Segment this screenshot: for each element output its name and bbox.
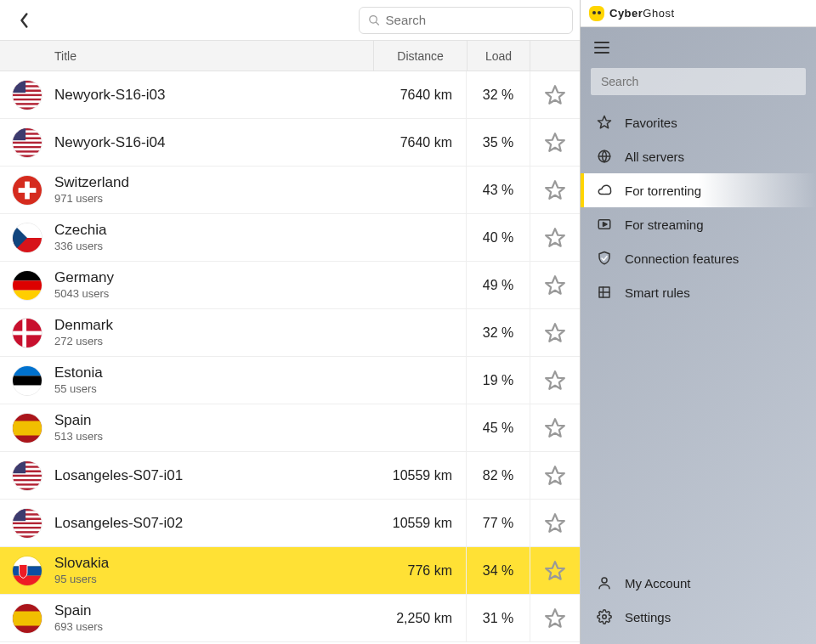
favorite-toggle[interactable] xyxy=(530,132,580,154)
svg-rect-80 xyxy=(13,509,42,511)
svg-rect-47 xyxy=(13,290,42,299)
side-panel: CyberGhost FavoritesAll serversFor torre… xyxy=(580,0,816,644)
server-row[interactable]: Spain513 users45 % xyxy=(0,404,580,452)
menu-button[interactable] xyxy=(581,27,816,68)
brand-text: CyberGhost xyxy=(609,7,675,20)
svg-rect-72 xyxy=(13,478,42,481)
favorite-toggle[interactable] xyxy=(530,370,580,392)
svg-rect-73 xyxy=(13,481,42,483)
svg-rect-29 xyxy=(13,150,42,153)
cloud-icon xyxy=(596,183,613,198)
svg-rect-25 xyxy=(13,141,42,144)
flag-icon xyxy=(12,270,42,301)
svg-line-1 xyxy=(376,21,379,25)
server-row[interactable]: Denmark272 users32 % xyxy=(0,309,580,357)
server-load: 35 % xyxy=(467,135,530,150)
svg-rect-98 xyxy=(13,575,42,585)
svg-rect-65 xyxy=(13,463,42,466)
server-row[interactable]: Switzerland971 users43 % xyxy=(0,167,580,214)
flag-icon xyxy=(12,603,42,634)
svg-rect-30 xyxy=(13,152,42,155)
svg-rect-91 xyxy=(13,533,42,535)
favorite-toggle[interactable] xyxy=(530,465,580,487)
svg-rect-87 xyxy=(13,524,42,527)
server-title-block: Denmark272 users xyxy=(54,317,372,347)
nav-label: For streaming xyxy=(625,217,704,232)
svg-marker-58 xyxy=(546,371,564,389)
server-title: Spain xyxy=(54,412,372,429)
server-row[interactable]: Estonia55 users19 % xyxy=(0,357,580,404)
svg-rect-9 xyxy=(13,93,42,96)
favorite-toggle[interactable] xyxy=(530,512,580,534)
svg-marker-78 xyxy=(546,466,564,484)
nav-item-smart-rules[interactable]: Smart rules xyxy=(581,275,816,309)
server-load: 19 % xyxy=(467,373,530,388)
col-title[interactable]: Title xyxy=(0,41,374,71)
svg-rect-61 xyxy=(13,421,42,435)
search-icon xyxy=(368,14,381,27)
svg-rect-16 xyxy=(13,81,26,93)
nav-item-favorites[interactable]: Favorites xyxy=(581,105,816,139)
favorite-toggle[interactable] xyxy=(530,560,580,582)
nav-item-my-account[interactable]: My Account xyxy=(581,566,816,600)
back-button[interactable] xyxy=(0,12,48,29)
col-distance[interactable]: Distance xyxy=(374,41,468,71)
server-row[interactable]: Spain693 users2,250 km31 % xyxy=(0,595,580,642)
server-distance: 7640 km xyxy=(372,88,466,103)
favorite-toggle[interactable] xyxy=(530,179,580,201)
svg-marker-48 xyxy=(546,276,564,294)
server-row[interactable]: Germany5043 users49 % xyxy=(0,262,580,309)
svg-rect-3 xyxy=(13,81,42,83)
play-icon xyxy=(596,217,613,232)
svg-rect-93 xyxy=(13,509,26,521)
server-title-block: Newyork-S16-i03 xyxy=(54,87,372,104)
server-title-block: Losangeles-S07-i02 xyxy=(54,515,372,532)
nav-item-settings[interactable]: Settings xyxy=(581,600,816,634)
nav-item-for-torrenting[interactable]: For torrenting xyxy=(581,173,816,207)
favorite-toggle[interactable] xyxy=(530,84,580,106)
server-row[interactable]: Losangeles-S07-i0210559 km77 % xyxy=(0,500,580,547)
server-row[interactable]: Losangeles-S07-i0110559 km82 % xyxy=(0,452,580,500)
server-users: 971 users xyxy=(54,193,372,206)
svg-rect-92 xyxy=(13,535,42,538)
nav-label: Smart rules xyxy=(625,285,690,300)
nav-item-for-streaming[interactable]: For streaming xyxy=(581,207,816,241)
nav-label: Settings xyxy=(625,610,671,624)
server-row[interactable]: Czechia336 users40 % xyxy=(0,214,580,262)
svg-point-115 xyxy=(602,578,607,583)
svg-rect-12 xyxy=(13,100,42,103)
server-load: 31 % xyxy=(467,611,530,626)
server-distance: 7640 km xyxy=(372,135,466,150)
nav-item-connection-features[interactable]: Connection features xyxy=(581,241,816,275)
server-title: Denmark xyxy=(54,317,372,334)
server-row[interactable]: Newyork-S16-i047640 km35 % xyxy=(0,119,580,167)
svg-rect-37 xyxy=(19,188,37,193)
favorite-toggle[interactable] xyxy=(530,274,580,297)
server-title: Newyork-S16-i03 xyxy=(54,87,372,104)
svg-rect-56 xyxy=(13,376,42,385)
flag-icon xyxy=(12,508,42,539)
server-load: 40 % xyxy=(467,230,530,246)
panel-search-input[interactable] xyxy=(591,68,806,95)
server-title: Germany xyxy=(54,269,372,286)
server-search-input[interactable] xyxy=(386,13,564,27)
svg-rect-86 xyxy=(13,522,42,524)
favorite-toggle[interactable] xyxy=(530,607,580,630)
server-title: Spain xyxy=(54,602,372,619)
server-search[interactable] xyxy=(359,7,573,34)
grid-icon xyxy=(596,285,613,300)
server-row[interactable]: Newyork-S16-i037640 km32 % xyxy=(0,71,580,119)
svg-rect-74 xyxy=(13,483,42,486)
server-users: 693 users xyxy=(54,621,372,634)
flag-icon xyxy=(12,413,42,443)
favorite-toggle[interactable] xyxy=(530,227,580,249)
server-list[interactable]: Newyork-S16-i037640 km32 %Newyork-S16-i0… xyxy=(0,71,580,644)
server-users: 5043 users xyxy=(54,288,372,301)
server-users: 55 users xyxy=(54,383,372,396)
nav-item-all-servers[interactable]: All servers xyxy=(581,139,816,173)
svg-rect-28 xyxy=(13,148,42,150)
col-load[interactable]: Load xyxy=(468,41,530,71)
server-row[interactable]: Slovakia95 users776 km34 % xyxy=(0,547,580,595)
favorite-toggle[interactable] xyxy=(530,322,580,344)
favorite-toggle[interactable] xyxy=(530,417,580,439)
